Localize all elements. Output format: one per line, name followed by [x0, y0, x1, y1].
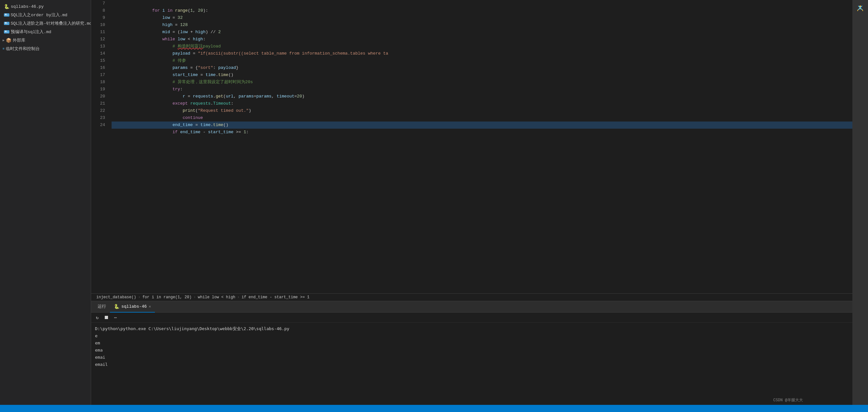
breadcrumb-part-2[interactable]: for i in range(1, 20): [143, 295, 192, 300]
terminal-toolbar: ↻ ⋯: [91, 313, 852, 323]
breadcrumb-bar: inject_database() › for i in range(1, 20…: [91, 294, 852, 301]
sidebar-item-md2[interactable]: M↓ SQL注入进阶之路-针对堆叠注入的研究.md: [0, 19, 91, 28]
ln-9: 9: [91, 14, 105, 22]
breadcrumb-part-1[interactable]: inject_database(): [96, 295, 136, 300]
sidebar-item-label-md1: SQL注入之order by注入.md: [11, 12, 67, 18]
python-icon: 🐍: [4, 4, 9, 9]
ln-17: 17: [91, 71, 105, 79]
editor-area: 7 8 9 10 11 12 13 14 15 16 17 18 19 20 2…: [91, 0, 852, 405]
code-line-10: mid = (low + high) // 2: [112, 22, 852, 29]
terminal-line-4: emai: [95, 354, 848, 361]
sidebar-item-label-md3: 预编译与sql注入.md: [11, 29, 52, 35]
sidebar-item-label-md2: SQL注入进阶之路-针对堆叠注入的研究.md: [11, 21, 91, 26]
terminal-stop-btn[interactable]: [103, 314, 110, 321]
breadcrumb-part-3[interactable]: while low < high: [198, 295, 235, 300]
ln-18: 18: [91, 79, 105, 86]
code-editor[interactable]: 7 8 9 10 11 12 13 14 15 16 17 18 19 20 2…: [91, 0, 852, 294]
ln-15: 15: [91, 57, 105, 64]
sidebar-section-temp[interactable]: ≡ 临时文件和控制台: [0, 44, 91, 53]
code-line-13: payload = "if(ascii(substr((select table…: [112, 43, 852, 50]
terminal-content: D:\python\python.exe C:\Users\liujinyang…: [91, 323, 852, 405]
code-lines: for i in range(1, 20): low = 32 high = 1…: [109, 0, 852, 294]
terminal-tab-run-label: 运行: [98, 304, 106, 309]
code-line-11: while low < high:: [112, 29, 852, 36]
ln-20: 20: [91, 93, 105, 100]
ln-24: 24: [91, 122, 105, 129]
code-line-8: low = 32: [112, 7, 852, 14]
md-badge-2: M↓: [4, 22, 9, 25]
sidebar-section-label-external: 外部库: [13, 37, 25, 43]
sidebar-section-external[interactable]: ▶ 📦 外部库: [0, 36, 91, 44]
ln-14: 14: [91, 50, 105, 57]
terminal-line-2: em: [95, 340, 848, 347]
ln-21: 21: [91, 100, 105, 107]
md-badge-1: M↓: [4, 13, 9, 16]
ln-12: 12: [91, 36, 105, 43]
ln-11: 11: [91, 29, 105, 36]
terminal-tab-sqllabs[interactable]: 🐍 sqllabs-46 ✕: [110, 301, 155, 313]
terminal-refresh-btn[interactable]: ↻: [94, 314, 101, 321]
breadcrumb-sep-1: ›: [138, 295, 140, 300]
md-badge-3: M↓: [4, 30, 9, 33]
code-line-23: end_time = time.time(): [112, 114, 852, 122]
sidebar-item-md3[interactable]: M↓ 预编译与sql注入.md: [0, 28, 91, 36]
terminal-line-cmd: D:\python\python.exe C:\Users\liujinyang…: [95, 325, 848, 333]
folder-icon-external: 📦: [6, 38, 11, 43]
tab-python-icon: 🐍: [114, 304, 119, 309]
breadcrumb-sep-2: ›: [193, 295, 196, 300]
sidebar-item-label: sqllabs-46.py: [11, 4, 43, 9]
terminal-line-3: ema: [95, 347, 848, 354]
ln-22: 22: [91, 107, 105, 114]
code-line-19: r = requests.get(url, params=params, tim…: [112, 86, 852, 93]
svg-rect-0: [105, 316, 108, 319]
code-line-12: # 构造时间盲注payload: [112, 36, 852, 43]
breadcrumb-part-4[interactable]: if end_time - start_time >= 1: [241, 295, 309, 300]
breadcrumb-sep-3: ›: [237, 295, 240, 300]
tab-close-button[interactable]: ✕: [149, 304, 151, 309]
main-area: 🐍 sqllabs-46.py M↓ SQL注入之order by注入.md M…: [0, 0, 868, 405]
code-line-9: high = 128: [112, 14, 852, 22]
terminal-area: 运行 🐍 sqllabs-46 ✕ ↻ ⋯ D:\python\python.e…: [91, 301, 852, 405]
expand-arrow-external: ▶: [3, 38, 5, 42]
code-line-15: params = {"sort": payload}: [112, 57, 852, 64]
terminal-line-1: e: [95, 333, 848, 340]
line-numbers: 7 8 9 10 11 12 13 14 15 16 17 18 19 20 2…: [91, 0, 109, 294]
terminal-tabs: 运行 🐍 sqllabs-46 ✕: [91, 301, 852, 313]
terminal-line-5: email: [95, 361, 848, 368]
right-activity-icon-settings[interactable]: [854, 3, 866, 14]
expand-arrow-temp: ≡: [3, 47, 5, 51]
right-activity-bar: [852, 0, 868, 405]
terminal-tab-run[interactable]: 运行: [94, 301, 110, 313]
ln-16: 16: [91, 64, 105, 71]
terminal-more-btn[interactable]: ⋯: [112, 314, 119, 321]
status-bar: CSDN @羊腿大大: [0, 405, 868, 412]
ln-23: 23: [91, 114, 105, 122]
ln-7: 7: [91, 0, 105, 7]
code-line-7: for i in range(1, 20):: [112, 0, 852, 7]
sidebar: 🐍 sqllabs-46.py M↓ SQL注入之order by注入.md M…: [0, 0, 91, 405]
terminal-tab-sqllabs-label: sqllabs-46: [121, 304, 147, 309]
sidebar-item-sqllabs46[interactable]: 🐍 sqllabs-46.py: [0, 3, 91, 11]
ln-19: 19: [91, 86, 105, 93]
ln-13: 13: [91, 43, 105, 50]
sidebar-section-label-temp: 临时文件和控制台: [6, 46, 40, 52]
ln-10: 10: [91, 22, 105, 29]
ln-8: 8: [91, 7, 105, 14]
sidebar-item-md1[interactable]: M↓ SQL注入之order by注入.md: [0, 11, 91, 19]
